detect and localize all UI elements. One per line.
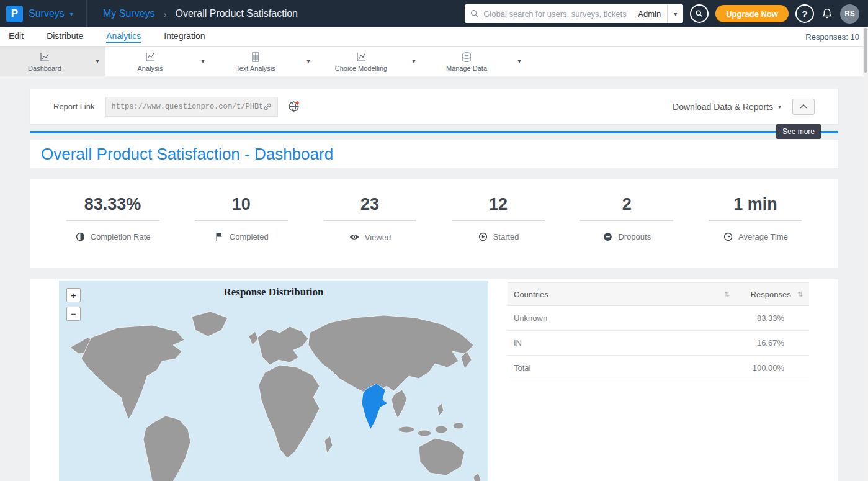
tab-choice-modelling[interactable]: Choice Modelling ▾ xyxy=(316,47,422,76)
advanced-search-button[interactable] xyxy=(690,4,709,23)
see-more-tooltip: See more xyxy=(776,124,821,139)
collapse-panel-button[interactable] xyxy=(792,99,815,115)
stat-value: 2 xyxy=(563,195,691,214)
chevron-down-icon: ▾ xyxy=(778,103,781,110)
chevron-down-icon[interactable]: ▾ xyxy=(511,47,527,76)
tab-label: Dashboard xyxy=(28,65,61,72)
stat-label: Started xyxy=(493,232,519,241)
stat-label: Completed xyxy=(230,232,269,241)
search-icon xyxy=(695,9,704,18)
chevron-down-icon[interactable]: ▾ xyxy=(406,47,422,76)
stat-value: 1 min xyxy=(691,195,820,214)
section-nav: Edit Distribute Analytics Integration Re… xyxy=(0,27,868,47)
tab-manage-data[interactable]: Manage Data ▾ xyxy=(422,47,527,76)
column-header-responses[interactable]: Responses ⇅ xyxy=(730,290,803,299)
stat-value: 12 xyxy=(434,195,563,214)
country-cell: IN xyxy=(514,338,730,348)
line-chart-icon xyxy=(356,52,367,63)
topbar-actions: Admin ▾ Upgrade Now ? RS xyxy=(465,4,868,24)
clock-icon xyxy=(723,232,733,242)
report-link-bar: Report Link Download Data & Reports ▾ Se… xyxy=(30,89,838,124)
world-map[interactable] xyxy=(59,298,488,481)
column-label: Responses xyxy=(751,290,791,299)
table-doc-icon xyxy=(250,52,261,63)
stat-divider xyxy=(195,220,288,221)
column-header-countries[interactable]: Countries ⇅ xyxy=(514,290,730,299)
stat-divider xyxy=(323,220,416,221)
report-link-label: Report Link xyxy=(53,102,94,111)
analytics-toolbar: Dashboard ▾ Analysis ▾ Text Analysis ▾ xyxy=(0,47,868,76)
tab-text-analysis[interactable]: Text Analysis ▾ xyxy=(211,47,316,76)
chevron-down-icon[interactable]: ▾ xyxy=(300,47,316,76)
avatar[interactable]: RS xyxy=(840,4,859,24)
stat-label: Completion Rate xyxy=(91,232,151,241)
nav-item-edit[interactable]: Edit xyxy=(9,31,24,43)
nav-item-distribute[interactable]: Distribute xyxy=(47,31,83,43)
nav-item-analytics[interactable]: Analytics xyxy=(106,31,141,43)
breadcrumb-current: Overall Product Satisfaction xyxy=(176,8,298,19)
tab-label: Manage Data xyxy=(446,65,487,72)
link-icon[interactable] xyxy=(262,102,272,112)
search-scope[interactable]: Admin xyxy=(632,9,667,19)
stat-value: 10 xyxy=(177,195,305,214)
chevron-down-icon[interactable]: ▾ xyxy=(89,47,105,76)
responses-cell: 83.33% xyxy=(730,313,803,323)
accent-divider xyxy=(30,131,838,133)
countries-table: Countries ⇅ Responses ⇅ Unknown 83.33% I… xyxy=(508,282,809,481)
nav-item-integration[interactable]: Integration xyxy=(164,31,205,43)
stat-completion-rate: 83.33% Completion Rate xyxy=(48,195,177,268)
stat-divider xyxy=(66,220,159,221)
stat-average-time: 1 min Average Time xyxy=(691,195,820,268)
map-title: Response Distribution xyxy=(59,281,488,299)
stat-label: Average Time xyxy=(738,232,788,241)
flag-icon xyxy=(214,232,225,242)
line-chart-icon xyxy=(145,52,156,63)
tab-label: Choice Modelling xyxy=(335,65,387,72)
global-search[interactable]: Admin ▾ xyxy=(465,4,683,23)
questionpro-logo: P xyxy=(6,6,23,22)
column-label: Countries xyxy=(514,290,548,299)
bell-icon xyxy=(821,7,833,20)
upgrade-button[interactable]: Upgrade Now xyxy=(715,5,789,22)
sort-icon[interactable]: ⇅ xyxy=(724,290,730,299)
table-row[interactable]: IN 16.67% xyxy=(508,331,809,356)
chevron-up-icon xyxy=(799,104,808,109)
breadcrumb: My Surveys › Overall Product Satisfactio… xyxy=(103,8,298,19)
stats-summary: 83.33% Completion Rate 10 Completed 23 xyxy=(30,179,838,268)
stat-completed: 10 Completed xyxy=(177,195,305,268)
search-scope-caret[interactable]: ▾ xyxy=(667,4,683,23)
stat-started: 12 Started xyxy=(434,195,563,268)
sort-icon[interactable]: ⇅ xyxy=(797,290,803,299)
stat-label: Viewed xyxy=(365,233,391,242)
scrollbar-thumb[interactable] xyxy=(864,28,867,73)
chevron-down-icon[interactable]: ▾ xyxy=(195,47,211,76)
report-url-input[interactable] xyxy=(111,102,262,111)
report-url-box[interactable] xyxy=(105,97,278,117)
help-button[interactable]: ? xyxy=(795,4,814,23)
product-switcher[interactable]: P Surveys ▾ xyxy=(0,0,87,27)
line-chart-icon xyxy=(39,52,50,63)
world-map-panel[interactable]: Response Distribution + − xyxy=(59,281,488,481)
tab-analysis[interactable]: Analysis ▾ xyxy=(105,47,211,76)
tab-dashboard[interactable]: Dashboard ▾ xyxy=(0,47,105,76)
table-row[interactable]: Total 100.00% xyxy=(508,356,809,380)
product-name: Surveys xyxy=(29,8,65,19)
responses-cell: 16.67% xyxy=(730,338,803,348)
search-input[interactable] xyxy=(483,9,632,19)
stat-divider xyxy=(452,220,545,221)
response-distribution-section: Response Distribution + − xyxy=(30,279,838,481)
page-scrollbar[interactable] xyxy=(863,27,868,481)
breadcrumb-separator: › xyxy=(164,9,167,19)
responses-count: Responses: 10 xyxy=(805,32,859,42)
responses-cell: 100.00% xyxy=(730,363,803,372)
chevron-down-icon: ▾ xyxy=(70,11,73,17)
notifications-button[interactable] xyxy=(821,7,833,20)
map-country-india[interactable] xyxy=(362,384,388,429)
country-cell: Total xyxy=(514,363,730,372)
web-report-button[interactable] xyxy=(287,100,300,113)
stat-value: 23 xyxy=(305,195,434,214)
play-circle-icon xyxy=(478,232,488,242)
table-row[interactable]: Unknown 83.33% xyxy=(508,306,809,331)
breadcrumb-my-surveys[interactable]: My Surveys xyxy=(103,8,155,19)
download-reports-dropdown[interactable]: Download Data & Reports ▾ xyxy=(673,102,781,112)
